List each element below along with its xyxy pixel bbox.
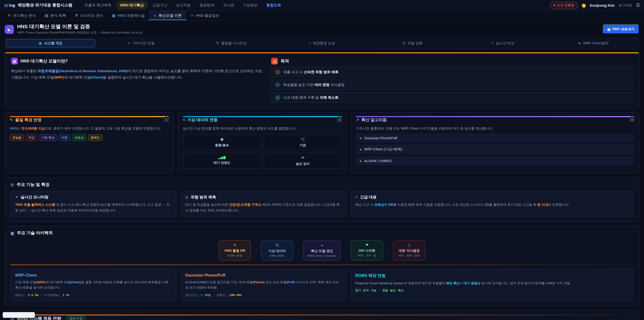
fan-icon: ❋ [220, 138, 224, 142]
grid-icon: ▣ [39, 42, 42, 45]
intro-grid: ▩ HNS 대기확산 모델이란? 해상에서 유출된 위험유해물질(Hazardo… [5, 53, 639, 108]
nav-oil-spill-prediction[interactable]: 유출유 확산예측 [81, 1, 115, 10]
model-curve-icon: ∿ [154, 14, 156, 17]
tab-system-overview[interactable]: ▣ 시스템 개요 [6, 39, 95, 47]
subnav-scenario-management[interactable]: ⚗ 시나리오 관리 [70, 11, 108, 20]
subnav-hns-substance-info[interactable]: ⚛ HNS 물질정보 [186, 11, 224, 20]
stat-label: 정확도: [216, 293, 227, 297]
target-icon: ◎ [271, 58, 278, 65]
diffusion-algorithm-card: 3 ↗ 확산 알고리즘 가우시안 플룸/퍼프 모델 또는 WRF-Chem 수치… [351, 112, 639, 173]
number-badge: 1 [275, 70, 280, 75]
app-logo[interactable]: W ing 해양환경 위기대응 통합시스템 [4, 2, 72, 8]
blocks-icon: ▦ [10, 231, 14, 235]
purpose-title: 목적 [280, 58, 289, 64]
model-card-icon: ▩ [11, 58, 18, 65]
separator: / [378, 289, 380, 292]
algorithm-item: ◆ Gaussian Plume/Puff [356, 134, 634, 142]
bullet-icon: ◆ [360, 148, 362, 151]
hns-highlight: 위험유해물질(Hazardous & Noxious Substances, H… [38, 69, 128, 73]
logout-button[interactable]: 로그아웃 [619, 3, 632, 8]
nav-weather-info[interactable]: 기상정보 [240, 1, 261, 10]
feature-realtime-monitoring: ✴ 실시간 모니터링 'HNS 유출 블랙박스 시스템'과 같이 사고 즉시 확… [10, 191, 176, 217]
section-tabs: ▣ 시스템 개요 ∿ 가우시안 모델 ✎ 물질별 시나리오 ≈ 해양환경 보정 … [5, 38, 639, 49]
nav-reports[interactable]: 보고자료 [173, 1, 194, 10]
notification-bell-icon[interactable] [582, 4, 586, 7]
rain-icon: ☔ [301, 156, 305, 160]
tab-gaussian-model[interactable]: ∿ 가우시안 모델 [96, 39, 186, 47]
pencil-icon: ✎ [223, 243, 246, 247]
property-tags: 증발율 독성 기화 특성 비중 반응성 용해도 [10, 134, 169, 141]
document-icon: ▤ [607, 27, 610, 31]
tech-stats: 해상도: 1~3 km / 시간분해능: 1 hr [15, 293, 172, 297]
flag-icon: ⚑ [355, 243, 379, 247]
tab-wrf-chem-advanced[interactable]: ➤ WRF-Chem발전 [549, 39, 638, 47]
subnav-atmospheric-analysis[interactable]: ✎ 대기확산 분석 [3, 11, 40, 20]
tech-title: Gaussian Plume/Puff [185, 273, 342, 278]
tab-model-validation[interactable]: ☑ 모델 검증 [368, 39, 457, 47]
architecture-flow: ✎ HNS 물질 DB 6,000+ 물질 → ℃ 기상 데이터 KMA / A… [10, 240, 634, 261]
bar-chart-icon: ▂▅▇ [218, 156, 226, 159]
tech-stats: 계산시간: < 10초 / 정확도: ±30~40% [185, 293, 342, 297]
sub-nav: ✎ 대기확산 분석 ▤ 분석 목록 ⚗ 시나리오 관리 ▦ HNS 대응매뉴얼 … [0, 11, 644, 21]
algorithm-item: ◆ WRF-Chem (기상+화학) [356, 145, 634, 154]
tab-substance-scenarios[interactable]: ✎ 물질별 시나리오 [187, 39, 276, 47]
thermometer-icon: ℃ [300, 138, 305, 142]
features-grid: ✴ 실시간 모니터링 'HNS 유출 블랙박스 시스템'과 같이 사고 즉시 확… [10, 191, 634, 217]
tab-realtime-comparison[interactable]: ⚡ 실시간 비교 [458, 39, 548, 47]
page-header: ◣ HNS 대기확산 모델 이론 및 검증 WRF-Chem·Gaussian … [0, 21, 644, 37]
number-badge: 3 [275, 95, 280, 100]
thermometer-icon: ℃ [265, 244, 289, 247]
flask-icon: ⚗ [75, 14, 78, 17]
subnav-label: 대기확산 분석 [13, 13, 36, 18]
card-header: ↗ 확산 알고리즘 [356, 117, 634, 123]
weather-cell-stability: ▂▅▇ 대기 안정도 [183, 153, 261, 169]
tab-label: 모델 검증 [408, 41, 422, 46]
subnav-analysis-list[interactable]: ▤ 분석 목록 [40, 11, 70, 20]
what-is-header: ▩ HNS 대기확산 모델이란? [11, 58, 262, 65]
chem-highlight: (Chem) [91, 75, 103, 79]
incident-status-badge[interactable]: 사고 진행중 [550, 2, 578, 9]
wrf-highlight: (WRF) [54, 75, 64, 79]
architecture-section: ▦ 주요 기술 아키텍처 ✎ HNS 물질 DB 6,000+ 물질 → ℃ 기… [5, 226, 639, 306]
tab-label: 가우시안 모델 [132, 41, 155, 46]
features-title: 주요 기능 및 특징 [17, 182, 50, 188]
weather-cell-humidity: ☔ 습도·강수 [264, 153, 342, 169]
purpose-text: 사고 대응 체계 구축 및 피해 최소화 [283, 95, 338, 100]
stat-value: 장기 모의 가능 [355, 289, 376, 293]
flow-sub: 대피 · 방제 · 경보 [398, 254, 421, 258]
pdf-export-button[interactable]: ▤ PDF 내보내기 [602, 24, 639, 34]
siren-icon: ⚠ [398, 243, 421, 247]
nav-board[interactable]: 게시판 [220, 1, 238, 10]
flow-weather-data: ℃ 기상 데이터 KMA / AWS [261, 241, 293, 260]
menu-icon[interactable]: ☰ [636, 3, 640, 8]
purpose-block: ◎ 목적 1 유출 사고 시 신속한 위험 범위 예측 2 독성물질 농도 기반… [271, 58, 633, 103]
gear-icon: ⚙ [10, 183, 14, 187]
pdf-export-label: PDF 내보내기 [612, 27, 634, 32]
subnav-diffusion-model-theory[interactable]: ∿ 확산모델 이론 [149, 11, 186, 20]
incident-status-label: 사고 진행중 [556, 3, 574, 8]
wave-icon: ≈ [309, 42, 311, 45]
tech-columns: WRF-Chem 기상 예측 모델(WRF)과 대기화학 모델(Chem)을 결… [10, 269, 634, 301]
curve-icon: ∿ [128, 42, 130, 45]
nav-integrated-search[interactable]: 통합조회 [263, 1, 284, 10]
card-description: 실시간 기상 정보를 입력 데이터로 사용하여 확산 방향과 속도를 결정합니다… [183, 126, 342, 131]
stat-value: < 10초 [201, 293, 211, 297]
purpose-item: 1 유출 사고 시 신속한 위험 범위 예측 [271, 67, 633, 77]
tab-ocean-correction[interactable]: ≈ 해양환경 보정 [278, 39, 366, 47]
separator: / [213, 293, 215, 297]
nav-hns-atmospheric-diffusion[interactable]: HNS·대기확산 [117, 1, 147, 10]
nav-emergency-rescue[interactable]: 긴급구난 [149, 1, 171, 10]
flow-diffusion-engine: ∿ 확산 모델 엔진 WRF-Chem / Gaussian [303, 241, 341, 260]
intro-text: 을 결합하여 실시간 대기 확산을 시뮬레이션합니다. [103, 75, 183, 79]
subnav-hns-response-manual[interactable]: ▦ HNS 대응매뉴얼 [108, 11, 149, 20]
external-overlay-widget[interactable] [3, 312, 35, 318]
nav-aerial-search[interactable]: 항공탐색 [196, 1, 218, 10]
gradient-divider [10, 265, 634, 265]
card-title: 물질 특성 반영 [15, 117, 42, 123]
subnav-label: 확산모델 이론 [158, 13, 182, 18]
what-is-hns-model: ▩ HNS 대기확산 모델이란? 해상에서 유출된 위험유해물질(Hazardo… [11, 58, 262, 103]
substance-characteristics-card: 1 ✎ 물질 특성 반영 HNS는 약 6,000종 이상으로, 종류가 매우 … [5, 112, 174, 173]
feature-emergency-response: ⚡ 긴급 대응 해상 사고 시 조화상수 DB를 이용한 빠른 예측 기술을 포… [350, 191, 634, 217]
tab-label: 실시간 비교 [496, 41, 514, 46]
feature-header: ⚡ 긴급 대응 [355, 195, 629, 200]
